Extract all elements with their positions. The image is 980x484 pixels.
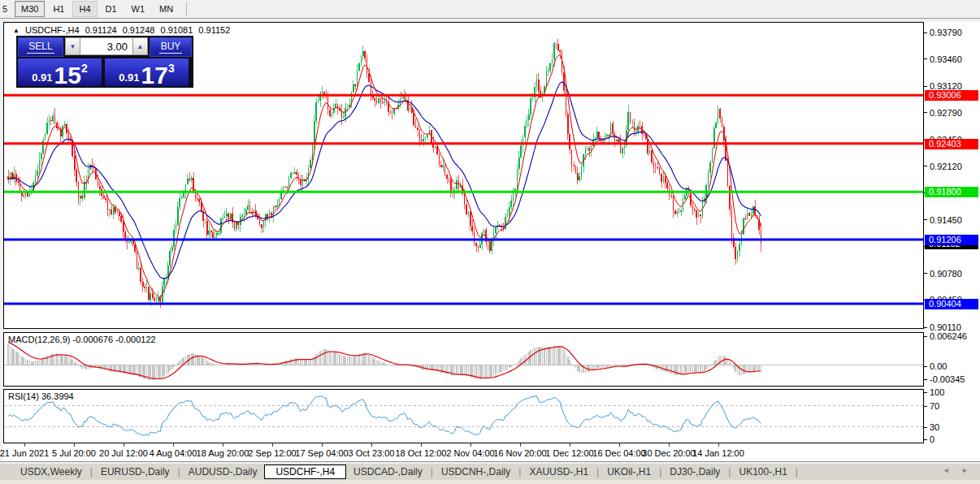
date-tick: [223, 443, 223, 447]
macd-axis-tick: [924, 336, 927, 337]
bid-price-sup: 2: [81, 63, 88, 74]
price-tick: [924, 58, 927, 59]
price-tick-label: 0.93120: [930, 81, 962, 91]
symbol-header: ▲ USDCHF-,H4 0.91124 0.91248 0.91081 0.9…: [13, 25, 233, 35]
macd-value-1: -0.000676: [72, 335, 113, 344]
timeframe-button-h1[interactable]: H1: [46, 1, 71, 17]
rsi-label: RSI(14) 36.3994: [8, 391, 74, 401]
price-tick-label: 0.92790: [930, 108, 962, 118]
tab-usdcad-daily[interactable]: USDCAD-,Daily: [346, 465, 430, 479]
price-tick: [924, 86, 927, 87]
timeframe-button-d1[interactable]: D1: [99, 1, 124, 17]
date-label: 17 Sep 04:00: [295, 448, 348, 458]
timeframe-button-m30[interactable]: M30: [15, 1, 45, 17]
tab-xauusd-h1[interactable]: XAUUSD-,H1: [522, 465, 596, 479]
status-strip: [0, 480, 980, 484]
rsi-axis-tick: [924, 439, 927, 440]
sell-button-label: SELL: [27, 41, 54, 54]
rsi-chart: [4, 390, 923, 443]
rsi-axis-label: 0: [930, 434, 934, 444]
macd-axis-label: 0.00: [930, 361, 947, 371]
date-tick: [272, 443, 273, 447]
date-label: 5 Jul 20:00: [52, 448, 96, 458]
macd-panel[interactable]: MACD(12,26,9) -0.000676 -0.000122: [3, 332, 924, 387]
tab-separator: |: [596, 466, 599, 478]
rsi-axis-tick: [924, 406, 927, 407]
price-tick: [924, 327, 927, 328]
bid-price-panel[interactable]: 0.91 15 2: [18, 58, 102, 86]
volume-decrease-button[interactable]: ▼: [65, 37, 80, 55]
tab-dj30-daily[interactable]: DJ30-,Daily: [662, 465, 727, 479]
macd-label: MACD(12,26,9) -0.000676 -0.000122: [8, 335, 156, 344]
timeframe-button-h4[interactable]: H4: [72, 1, 97, 17]
timeframe-button-w1[interactable]: W1: [125, 1, 152, 17]
up-arrow-icon: ▲: [137, 43, 144, 50]
rsi-name: RSI(14): [8, 391, 39, 401]
tab-separator: |: [728, 466, 731, 478]
volume-increase-button[interactable]: ▲: [132, 37, 148, 55]
tab-usdchf-h4[interactable]: USDCHF-,H4: [264, 465, 346, 479]
rsi-axis-tick: [924, 392, 927, 393]
price-tick: [924, 112, 927, 113]
tab-ukoil-h1[interactable]: UKOil-,H1: [600, 465, 658, 479]
date-label: 1 Dec 12:00: [545, 448, 593, 458]
macd-axis-tick: [924, 366, 927, 367]
price-tick: [924, 32, 927, 33]
volume-input[interactable]: [80, 37, 132, 55]
date-tick: [718, 443, 719, 447]
ask-price-big: 17: [141, 64, 168, 86]
tab-scroll-left-icon[interactable]: ◄: [943, 466, 955, 474]
date-label: 3 Oct 23:00: [349, 448, 395, 458]
price-tick: [924, 219, 927, 220]
date-label: 4 Aug 04:00: [150, 448, 197, 458]
macd-axis-tick: [924, 379, 927, 380]
date-tick: [570, 443, 570, 447]
ohlc-close: 0.91152: [198, 25, 230, 35]
date-label: 16 Nov 20:00: [493, 448, 546, 458]
date-tick: [421, 443, 422, 447]
rsi-axis-tick: [924, 427, 927, 428]
collapse-triangle-icon[interactable]: ▲: [13, 27, 20, 34]
price-level-tag: 0.92403: [925, 139, 978, 149]
date-tick: [74, 443, 75, 447]
buy-button[interactable]: BUY: [150, 37, 192, 57]
tab-usdcnh-daily[interactable]: USDCNH-,Daily: [434, 465, 518, 479]
symbol-name: USDCHF-,H4: [25, 25, 80, 35]
date-tick: [173, 443, 174, 447]
tab-scroll-right-icon[interactable]: ►: [961, 466, 973, 474]
price-tick-label: 0.90780: [930, 269, 962, 279]
tab-separator: |: [659, 466, 661, 478]
time-axis: 21 Jun 20215 Jul 20:0020 Jul 12:004 Aug …: [3, 443, 980, 461]
date-label: 21 Jun 2021: [0, 448, 49, 458]
sell-button[interactable]: SELL: [18, 37, 63, 57]
tab-uk100-h1[interactable]: UK100-,H1: [731, 465, 794, 479]
rsi-axis-label: 70: [930, 401, 939, 411]
date-label: 18 Oct 12:00: [396, 448, 447, 458]
tab-scroll-arrows: ◄ ►: [943, 466, 973, 474]
timeframe-button-mn[interactable]: MN: [153, 1, 180, 17]
tab-separator: |: [518, 466, 521, 478]
date-label: 16 Dec 04:00: [592, 448, 645, 458]
rsi-panel[interactable]: RSI(14) 36.3994: [3, 389, 924, 443]
ohlc-high: 0.91248: [123, 25, 155, 35]
date-tick: [322, 443, 323, 447]
tab-usdx-weekly[interactable]: USDX,Weekly: [13, 465, 89, 479]
date-label: 20 Jul 12:00: [99, 448, 148, 458]
date-tick: [124, 443, 124, 447]
date-tick: [371, 443, 372, 447]
ask-price-panel[interactable]: 0.91 17 3: [105, 58, 189, 86]
date-label: 2 Sep 12:00: [248, 448, 296, 458]
price-level-tag: 0.91206: [925, 235, 978, 245]
ohlc-low: 0.91081: [161, 25, 193, 35]
price-level-tag: 0.90404: [925, 299, 978, 309]
date-label: 30 Dec 20:00: [642, 448, 695, 458]
macd-axis-label: 0.006246: [930, 331, 967, 341]
rsi-axis-label: 30: [930, 422, 939, 432]
price-tick: [924, 273, 927, 274]
timeframe-button-5[interactable]: 5: [0, 1, 13, 17]
tab-eurusd-daily[interactable]: EURUSD-,Daily: [93, 465, 177, 479]
timeframe-toolbar: 5M30H1H4D1W1MN: [0, 0, 980, 19]
price-tick-label: 0.92120: [930, 162, 962, 171]
rsi-axis-label: 100: [930, 387, 944, 397]
tab-audusd-daily[interactable]: AUDUSD-,Daily: [181, 465, 265, 479]
